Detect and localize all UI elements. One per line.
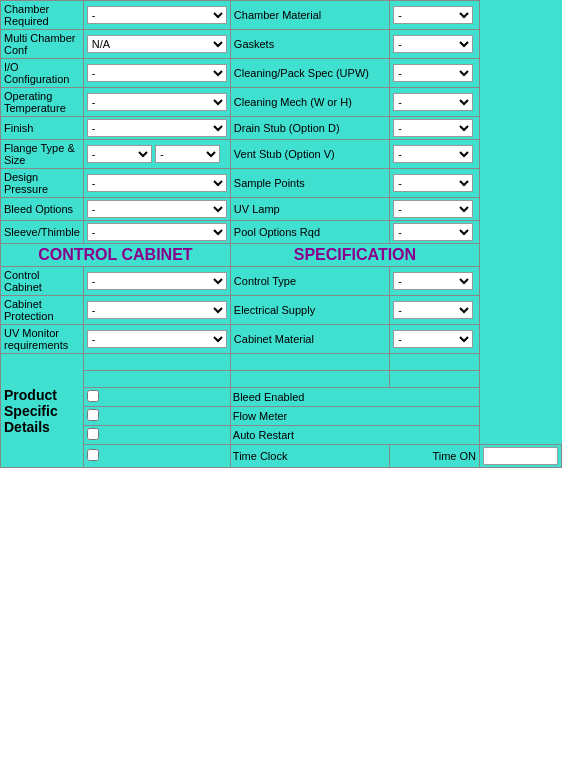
select-bleed-options[interactable]: - <box>87 200 227 218</box>
table-row: Design Pressure - Sample Points - <box>1 169 562 198</box>
select-flange-size[interactable]: - <box>155 145 220 163</box>
input-op-temp[interactable]: - <box>83 88 230 117</box>
product-specific-label: Product Specific Details <box>1 354 84 468</box>
control-cabinet-header: CONTROL CABINET <box>1 244 231 267</box>
select-cabinet-protection[interactable]: - <box>87 301 227 319</box>
select-io-config[interactable]: - <box>87 64 227 82</box>
select-finish[interactable]: - <box>87 119 227 137</box>
select-control-cabinet[interactable]: - <box>87 272 227 290</box>
product-content-3 <box>390 354 480 371</box>
input-design-pressure[interactable]: - <box>83 169 230 198</box>
label-pool-options: Pool Options Rqd <box>230 221 389 244</box>
select-gaskets[interactable]: - <box>393 35 473 53</box>
checkbox-auto-restart-cell[interactable] <box>83 426 230 445</box>
select-flange-type[interactable]: - <box>87 145 152 163</box>
input-bleed-options[interactable]: - <box>83 198 230 221</box>
divider-row <box>1 371 562 388</box>
checkbox-flow-meter[interactable] <box>87 409 99 421</box>
table-row: Operating Temperature - Cleaning Mech (W… <box>1 88 562 117</box>
checkbox-auto-restart[interactable] <box>87 428 99 440</box>
input-control-cabinet[interactable]: - <box>83 267 230 296</box>
input-multi-chamber[interactable]: N/A - <box>83 30 230 59</box>
time-clock-row: Time Clock Time ON <box>1 445 562 468</box>
select-uv-monitor[interactable]: - <box>87 330 227 348</box>
input-electrical-supply[interactable]: - <box>390 296 480 325</box>
checkbox-time-clock[interactable] <box>87 449 99 461</box>
input-time-on-cell[interactable] <box>480 445 562 468</box>
input-control-type[interactable]: - <box>390 267 480 296</box>
label-cabinet-material: Cabinet Material <box>230 325 389 354</box>
select-electrical-supply[interactable]: - <box>393 301 473 319</box>
checkbox-bleed-enabled[interactable] <box>87 390 99 402</box>
label-drain-stub: Drain Stub (Option D) <box>230 117 389 140</box>
input-cleaning-mech[interactable]: - <box>390 88 480 117</box>
label-control-cabinet: Control Cabinet <box>1 267 84 296</box>
label-uv-monitor: UV Monitor requirements <box>1 325 84 354</box>
select-vent-stub[interactable]: - <box>393 145 473 163</box>
select-op-temp[interactable]: - <box>87 93 227 111</box>
table-row: Control Cabinet - Control Type - <box>1 267 562 296</box>
label-flange-type: Flange Type & Size <box>1 140 84 169</box>
label-multi-chamber: Multi Chamber Conf <box>1 30 84 59</box>
select-cleaning-mech[interactable]: - <box>393 93 473 111</box>
divider-2 <box>230 371 389 388</box>
flow-meter-row: Flow Meter <box>1 407 562 426</box>
label-gaskets: Gaskets <box>230 30 389 59</box>
select-cabinet-material[interactable]: - <box>393 330 473 348</box>
select-sleeve-thimble[interactable]: - <box>87 223 227 241</box>
select-sample-points[interactable]: - <box>393 174 473 192</box>
label-auto-restart: Auto Restart <box>230 426 479 445</box>
label-sample-points: Sample Points <box>230 169 389 198</box>
product-specific-row: Product Specific Details <box>1 354 562 371</box>
label-vent-stub: Vent Stub (Option V) <box>230 140 389 169</box>
table-row: Bleed Options - UV Lamp - <box>1 198 562 221</box>
specification-header: SPECIFICATION <box>230 244 479 267</box>
table-row: I/O Configuration - Cleaning/Pack Spec (… <box>1 59 562 88</box>
input-flange-type[interactable]: - - <box>83 140 230 169</box>
select-cleaning-pack[interactable]: - <box>393 64 473 82</box>
input-chamber-required[interactable]: - <box>83 1 230 30</box>
select-pool-options[interactable]: - <box>393 223 473 241</box>
checkbox-time-clock-cell[interactable] <box>83 445 230 468</box>
input-pool-options[interactable]: - <box>390 221 480 244</box>
input-uv-monitor[interactable]: - <box>83 325 230 354</box>
checkbox-flow-meter-cell[interactable] <box>83 407 230 426</box>
product-content-2 <box>230 354 389 371</box>
input-sleeve-thimble[interactable]: - <box>83 221 230 244</box>
input-time-on[interactable] <box>483 447 558 465</box>
select-design-pressure[interactable]: - <box>87 174 227 192</box>
select-chamber-required[interactable]: - <box>87 6 227 24</box>
label-cabinet-protection: Cabinet Protection <box>1 296 84 325</box>
table-row: Multi Chamber Conf N/A - Gaskets - <box>1 30 562 59</box>
label-finish: Finish <box>1 117 84 140</box>
label-cleaning-pack: Cleaning/Pack Spec (UPW) <box>230 59 389 88</box>
input-sample-points[interactable]: - <box>390 169 480 198</box>
input-uv-lamp[interactable]: - <box>390 198 480 221</box>
select-drain-stub[interactable]: - <box>393 119 473 137</box>
label-chamber-required: Chamber Required <box>1 1 84 30</box>
section-header-row: CONTROL CABINET SPECIFICATION <box>1 244 562 267</box>
divider-3 <box>390 371 480 388</box>
auto-restart-row: Auto Restart <box>1 426 562 445</box>
select-control-type[interactable]: - <box>393 272 473 290</box>
input-cleaning-pack[interactable]: - <box>390 59 480 88</box>
input-vent-stub[interactable]: - <box>390 140 480 169</box>
input-gaskets[interactable]: - <box>390 30 480 59</box>
label-time-clock: Time Clock <box>230 445 389 468</box>
label-bleed-enabled: Bleed Enabled <box>230 388 479 407</box>
input-chamber-material[interactable]: - <box>390 1 480 30</box>
input-io-config[interactable]: - <box>83 59 230 88</box>
main-table: Chamber Required - Chamber Material - Mu… <box>0 0 562 468</box>
input-finish[interactable]: - <box>83 117 230 140</box>
checkbox-bleed-enabled-cell[interactable] <box>83 388 230 407</box>
label-op-temp: Operating Temperature <box>1 88 84 117</box>
table-row: UV Monitor requirements - Cabinet Materi… <box>1 325 562 354</box>
label-electrical-supply: Electrical Supply <box>230 296 389 325</box>
input-drain-stub[interactable]: - <box>390 117 480 140</box>
input-cabinet-material[interactable]: - <box>390 325 480 354</box>
select-chamber-material[interactable]: - <box>393 6 473 24</box>
select-multi-chamber[interactable]: N/A - <box>87 35 227 53</box>
table-row: Sleeve/Thimble - Pool Options Rqd - <box>1 221 562 244</box>
input-cabinet-protection[interactable]: - <box>83 296 230 325</box>
select-uv-lamp[interactable]: - <box>393 200 473 218</box>
